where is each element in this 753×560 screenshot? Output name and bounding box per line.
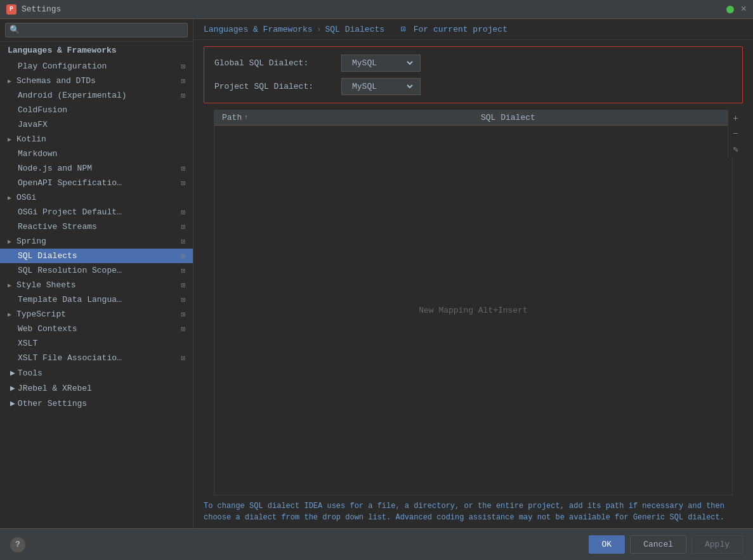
sidebar-item-kotlin[interactable]: ▶ Kotlin: [0, 132, 193, 147]
sidebar-item-nodejs-and-npm[interactable]: Node.js and NPM ⊡: [0, 161, 193, 176]
path-dialect-table: Path ↑ SQL Dialect New Mapping Alt+Inser…: [214, 110, 733, 495]
content-area: Languages & Frameworks › SQL Dialects ⊡ …: [193, 19, 753, 528]
ok-button[interactable]: OK: [589, 535, 625, 554]
table-body: New Mapping Alt+Insert: [214, 126, 732, 495]
jrebel-arrow-icon: ▶: [10, 383, 15, 393]
sidebar-item-openapi-label: OpenAPI Specificatio…: [18, 178, 178, 188]
sidebar-item-javafx[interactable]: JavaFX: [0, 117, 193, 132]
sidebar-item-jrebel-and-xrebel[interactable]: ▶ JRebel & XRebel: [0, 381, 193, 396]
sidebar-item-play-configuration-label: Play Configuration: [18, 62, 178, 71]
sidebar-item-play-configuration[interactable]: Play Configuration ⊡: [0, 59, 193, 74]
table-header-path-label: Path: [222, 113, 242, 122]
sidebar-item-javafx-label: JavaFX: [18, 120, 185, 129]
description-content: To change SQL dialect IDEA uses for a fi…: [204, 502, 724, 522]
table-header-path[interactable]: Path ↑: [214, 110, 473, 125]
other-settings-arrow-icon: ▶: [10, 398, 15, 408]
sidebar-item-osgi-project-icon: ⊡: [181, 208, 185, 216]
apply-button[interactable]: Apply: [691, 535, 743, 554]
sidebar-section-header[interactable]: Languages & Frameworks: [0, 42, 193, 59]
project-dialect-row: Project SQL Dialect: MySQL PostgreSQL SQ…: [214, 78, 732, 95]
sidebar-item-typescript-label: TypeScript: [16, 309, 178, 319]
sidebar-item-osgi-project-defaults[interactable]: OSGi Project Default… ⊡: [0, 205, 193, 219]
sidebar-item-xslt-file-association[interactable]: XSLT File Associatio… ⊡: [0, 351, 193, 365]
remove-mapping-button[interactable]: −: [730, 127, 742, 140]
sidebar-item-tools-label: Tools: [18, 368, 43, 378]
sidebar-item-openapi-icon: ⊡: [181, 179, 185, 187]
sidebar-item-spring[interactable]: ▶ Spring ⊡: [0, 234, 193, 249]
sidebar-item-sql-dialects-icon: ⊡: [181, 252, 185, 260]
sidebar-item-osgi-label: OSGi: [16, 193, 185, 202]
sidebar-item-typescript[interactable]: ▶ TypeScript ⊡: [0, 307, 193, 322]
sidebar-item-xslt[interactable]: XSLT: [0, 336, 193, 351]
osgi-arrow-icon: ▶: [8, 194, 14, 202]
tools-arrow-icon: ▶: [10, 368, 15, 378]
table-header-dialect[interactable]: SQL Dialect: [473, 110, 732, 125]
breadcrumb: Languages & Frameworks › SQL Dialects ⊡ …: [193, 19, 753, 40]
sidebar-search-container: [0, 19, 193, 42]
search-input[interactable]: [5, 23, 188, 37]
table-empty-message: New Mapping Alt+Insert: [419, 306, 528, 315]
breadcrumb-note: ⊡ For current project: [401, 24, 507, 34]
add-mapping-button[interactable]: +: [730, 112, 742, 125]
bottom-bar-right: OK Cancel Apply: [589, 535, 743, 554]
kotlin-arrow-icon: ▶: [8, 136, 14, 143]
sidebar-item-reactive-streams[interactable]: Reactive Streams ⊡: [0, 219, 193, 234]
sidebar-item-schemas-and-dtds[interactable]: ▶ Schemas and DTDs ⊡: [0, 74, 193, 88]
help-button[interactable]: ?: [10, 537, 25, 552]
sidebar-item-play-configuration-icon: ⊡: [181, 62, 185, 70]
settings-panel: Global SQL Dialect: MySQL PostgreSQL SQL…: [193, 40, 753, 528]
sidebar-item-nodejs-icon: ⊡: [181, 164, 185, 173]
sidebar-item-sql-dialects-label: SQL Dialects: [18, 251, 178, 261]
description-text: To change SQL dialect IDEA uses for a fi…: [204, 500, 743, 523]
sidebar-item-reactive-streams-icon: ⊡: [181, 223, 185, 231]
sidebar-item-sql-resolution-scopes[interactable]: SQL Resolution Scope… ⊡: [0, 263, 193, 278]
sidebar-item-coldfusion-label: ColdFusion: [18, 105, 185, 115]
sidebar-item-web-contexts[interactable]: Web Contexts ⊡: [0, 322, 193, 336]
breadcrumb-sql-dialects: SQL Dialects: [325, 25, 384, 34]
sidebar-item-sql-resolution-scopes-label: SQL Resolution Scope…: [18, 266, 178, 275]
bottom-bar-left: ?: [10, 537, 25, 552]
sidebar-item-style-sheets[interactable]: ▶ Style Sheets ⊡: [0, 278, 193, 292]
global-dialect-select[interactable]: MySQL PostgreSQL SQLite Oracle <none>: [347, 56, 415, 70]
sidebar-item-other-settings-label: Other Settings: [18, 399, 87, 408]
sidebar-item-typescript-icon: ⊡: [181, 310, 185, 318]
sidebar-item-osgi[interactable]: ▶ OSGi: [0, 190, 193, 205]
title-bar-left: P Settings: [6, 4, 61, 15]
table-sort-arrow-icon: ↑: [244, 114, 248, 121]
breadcrumb-languages: Languages & Frameworks: [204, 25, 313, 34]
project-dialect-select[interactable]: MySQL PostgreSQL SQLite Oracle <none>: [347, 80, 415, 93]
sidebar-item-osgi-project-defaults-label: OSGi Project Default…: [18, 207, 178, 217]
table-container: Path ↑ SQL Dialect New Mapping Alt+Inser…: [204, 110, 743, 495]
sidebar-item-xslt-file-association-icon: ⊡: [181, 354, 185, 362]
sidebar: Languages & Frameworks Play Configuratio…: [0, 19, 193, 528]
sidebar-item-other-settings[interactable]: ▶ Other Settings: [0, 396, 193, 411]
sidebar-item-xslt-file-association-label: XSLT File Associatio…: [18, 353, 178, 363]
breadcrumb-separator: ›: [317, 25, 322, 34]
sidebar-item-template-data-language[interactable]: Template Data Langua… ⊡: [0, 292, 193, 307]
typescript-arrow-icon: ▶: [8, 311, 14, 318]
title-bar-title: Settings: [22, 4, 61, 14]
close-button[interactable]: ×: [740, 4, 747, 15]
dialect-section: Global SQL Dialect: MySQL PostgreSQL SQL…: [204, 46, 743, 103]
sidebar-item-markdown[interactable]: Markdown: [0, 147, 193, 161]
sidebar-item-style-sheets-icon: ⊡: [181, 281, 185, 289]
title-bar: P Settings ×: [0, 0, 753, 19]
sidebar-item-openapi-specification[interactable]: OpenAPI Specificatio… ⊡: [0, 176, 193, 190]
sidebar-item-markdown-label: Markdown: [18, 149, 185, 159]
cancel-button[interactable]: Cancel: [630, 535, 686, 554]
green-dot: [726, 6, 734, 13]
edit-mapping-button[interactable]: ✎: [730, 143, 742, 155]
sidebar-item-tools[interactable]: ▶ Tools: [0, 365, 193, 381]
global-dialect-row: Global SQL Dialect: MySQL PostgreSQL SQL…: [214, 55, 732, 72]
main-layout: Languages & Frameworks Play Configuratio…: [0, 19, 753, 528]
right-toolbar: + − ✎: [728, 110, 743, 158]
app-icon: P: [6, 4, 16, 15]
spring-arrow-icon: ▶: [8, 238, 14, 245]
project-dialect-select-container: MySQL PostgreSQL SQLite Oracle <none>: [341, 78, 421, 95]
sidebar-item-sql-dialects[interactable]: SQL Dialects ⊡: [0, 249, 193, 263]
sidebar-item-android-experimental[interactable]: Android (Experimental) ⊡: [0, 88, 193, 103]
breadcrumb-note-text: For current project: [414, 25, 507, 34]
sidebar-item-coldfusion[interactable]: ColdFusion: [0, 103, 193, 117]
sidebar-item-android-icon: ⊡: [181, 91, 185, 100]
project-dialect-label: Project SQL Dialect:: [214, 82, 341, 91]
